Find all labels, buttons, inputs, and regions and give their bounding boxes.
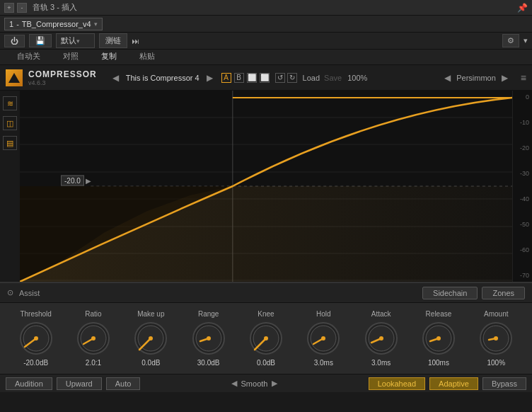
logo-triangle (8, 73, 20, 83)
tab-copy[interactable]: 复制 (90, 50, 128, 64)
next-skin-btn[interactable]: ▶ (499, 71, 511, 84)
amount-value-label: 100% (487, 359, 505, 367)
ratio-value-label: 2.0:1 (86, 359, 101, 367)
knee-knob-group: Knee 0.0dB (248, 310, 284, 367)
makeup-knob[interactable] (132, 320, 169, 357)
bypass-btn[interactable]: Bypass (482, 377, 526, 390)
bottom-section: ⊙ Assist Sidechain Zones Threshold -20.0… (0, 282, 532, 392)
prev-skin-btn[interactable]: ◀ (441, 71, 453, 84)
tab-autooff[interactable]: 自动关 (6, 50, 52, 64)
attack-knob-group: Attack 3.0ms (363, 310, 400, 367)
dropdown-extra[interactable]: ▾ (524, 36, 528, 45)
smooth-nav: ◀ Smooth ▶ (231, 379, 278, 388)
track-selector[interactable]: 1 - TB_Compressor_v4 ▾ (4, 18, 103, 30)
release-knob-group: Release 100ms (420, 310, 457, 367)
threshold-label: Threshold (20, 310, 51, 318)
preset-letter-a[interactable]: A (221, 73, 231, 83)
power-btn[interactable]: ⏻ (4, 35, 25, 47)
svg-point-35 (436, 336, 441, 341)
spectrum-icon[interactable]: ◫ (3, 116, 17, 130)
threshold-handle[interactable]: ▶ (86, 177, 91, 185)
assist-bar: ⊙ Assist Sidechain Zones (0, 283, 532, 303)
amount-label: Amount (484, 310, 508, 318)
tab-paste[interactable]: 粘贴 (128, 50, 166, 64)
undo-redo: ↺ ↻ (275, 73, 297, 83)
scale-70: -70 (516, 272, 529, 279)
main-display: ≋ ◫ ▤ (0, 91, 532, 282)
smooth-next-btn[interactable]: ▶ (272, 379, 277, 388)
attack-value-label: 3.0ms (371, 359, 391, 367)
adaptive-btn[interactable]: Adaptive (429, 377, 478, 390)
hold-value-label: 3.0ms (314, 359, 333, 367)
skin-name: Persimmon (456, 74, 496, 82)
svg-point-29 (321, 336, 325, 341)
ratio-knob[interactable] (75, 320, 112, 357)
sidechain-btn[interactable]: Sidechain (422, 287, 478, 299)
upward-btn[interactable]: Upward (57, 377, 102, 390)
track-number: 1 (9, 20, 13, 28)
scale-40: -40 (516, 195, 529, 202)
plugin-name: COMPRESSOR (28, 69, 97, 79)
threshold-knob-group: Threshold -20.0dB (18, 310, 54, 367)
minus-btn[interactable]: - (17, 3, 27, 13)
makeup-knob-group: Make up 0.0dB (132, 310, 169, 367)
gear-btn[interactable]: ⚙ (502, 34, 519, 47)
undo-btn[interactable]: ↺ (275, 73, 285, 83)
threshold-knob[interactable] (18, 320, 54, 357)
release-label: Release (426, 310, 452, 318)
load-save: Load Save (303, 74, 342, 82)
measure-icon: ⏭ (132, 37, 139, 45)
range-value-label: 30.0dB (197, 359, 220, 367)
track-dropdown-arrow: ▾ (94, 21, 98, 28)
knee-label: Knee (258, 310, 274, 318)
save-btn[interactable]: 💾 (29, 34, 52, 47)
paste-icon-btn[interactable]: ⬜ (260, 73, 270, 83)
preset-dropdown-arrow: ▾ (76, 38, 80, 45)
attack-knob[interactable] (363, 320, 400, 357)
svg-point-17 (91, 336, 96, 341)
audition-btn[interactable]: Audition (6, 377, 52, 390)
add-btn[interactable]: + (4, 3, 14, 13)
hold-knob-group: Hold 3.0ms (305, 310, 342, 367)
knee-knob[interactable] (248, 320, 284, 357)
threshold-value: -20.0 (61, 176, 84, 186)
hamburger-menu-icon[interactable]: ≡ (521, 72, 526, 84)
controls-bar: ⏻ 💾 默认 ▾ 测链 ⏭ ⚙ ▾ (0, 33, 532, 50)
range-knob[interactable] (190, 320, 227, 357)
release-knob[interactable] (420, 320, 457, 357)
threshold-marker[interactable]: -20.0 ▶ (61, 176, 91, 186)
save-preset-btn[interactable]: Save (324, 74, 342, 82)
preset-dropdown[interactable]: 默认 ▾ (56, 33, 95, 48)
threshold-value-label: -20.0dB (23, 359, 48, 367)
next-preset-btn[interactable]: ▶ (204, 71, 216, 84)
window-controls[interactable]: + - (4, 3, 27, 13)
auto-btn[interactable]: Auto (106, 377, 141, 390)
amount-knob-group: Amount 100% (478, 310, 514, 367)
prev-preset-btn[interactable]: ◀ (110, 71, 122, 84)
preset-letter-b[interactable]: B (234, 73, 244, 83)
tab-compare[interactable]: 对照 (52, 50, 90, 64)
copy-icon-btn[interactable]: ⬜ (247, 73, 257, 83)
amount-knob[interactable] (478, 320, 514, 357)
smooth-prev-btn[interactable]: ◀ (231, 379, 237, 388)
right-scale: 0 -10 -20 -30 -40 -50 -60 -70 (512, 91, 532, 282)
scale-60: -60 (516, 246, 529, 253)
waveform-icon[interactable]: ≋ (3, 96, 17, 110)
track-plugin-name: TB_Compressor_v4 (22, 20, 91, 28)
lookahead-btn[interactable]: Lookahead (369, 377, 425, 390)
bars-icon[interactable]: ▤ (3, 136, 17, 150)
measure-btn[interactable]: 测链 (99, 33, 127, 48)
zones-btn[interactable]: Zones (482, 287, 525, 299)
range-knob-group: Range 30.0dB (190, 310, 227, 367)
preset-default-label: 默认 (61, 35, 76, 46)
pin-icon[interactable]: 📌 (517, 3, 528, 13)
chart-area: -20.0 ▶ (20, 91, 512, 282)
plugin-header: COMPRESSOR v4.6.3 ◀ This is Compressor 4… (0, 65, 532, 91)
svg-point-23 (207, 336, 211, 341)
knee-value-label: 0.0dB (257, 359, 275, 367)
load-btn[interactable]: Load (303, 74, 320, 82)
redo-btn[interactable]: ↻ (287, 73, 297, 83)
skin-nav: ◀ Persimmon ▶ (441, 71, 511, 84)
hold-knob[interactable] (305, 320, 342, 357)
plugin-name-block: COMPRESSOR v4.6.3 (28, 69, 97, 86)
